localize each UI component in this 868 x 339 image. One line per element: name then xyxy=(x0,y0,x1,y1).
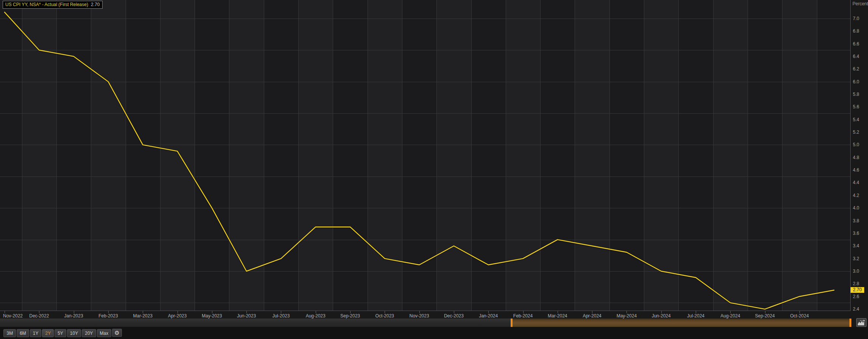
x-axis-tick-label: Mar-2023 xyxy=(133,313,153,319)
chart-settings-button[interactable]: ⚙ xyxy=(112,329,122,337)
x-axis-tick-label: May-2023 xyxy=(202,313,222,319)
x-axis-tick-label: Sep-2023 xyxy=(340,313,360,319)
x-axis-tick-label: Apr-2023 xyxy=(168,313,187,319)
x-axis-tick-label: Mar-2024 xyxy=(548,313,567,319)
y-axis-tick-label: 5.6 xyxy=(853,104,859,109)
legend-series-value: 2.70 xyxy=(91,2,100,7)
cpi-chart-window: US CPI YY, NSA* - Actual (First Release)… xyxy=(0,0,868,339)
y-axis-tick-label: 6.6 xyxy=(853,41,859,47)
x-axis-tick-label: Jan-2024 xyxy=(479,313,498,319)
y-axis-tick-label: 5.4 xyxy=(853,117,859,122)
y-axis-tick-label: 3.4 xyxy=(853,243,859,248)
y-axis-tick-label: 6.0 xyxy=(853,79,859,84)
y-axis-tick-label: 5.8 xyxy=(853,92,859,97)
y-axis-tick-label: 3.2 xyxy=(853,256,859,261)
scrollbar-track[interactable] xyxy=(0,319,511,327)
x-axis-tick-label: Sep-2024 xyxy=(755,313,775,319)
y-axis-tick-label: 6.4 xyxy=(853,54,859,59)
x-axis-line xyxy=(0,311,851,311)
chart-plot-area[interactable] xyxy=(0,0,850,311)
y-axis-tick-label: 2.6 xyxy=(853,294,859,299)
x-axis-tick-label: Jan-2023 xyxy=(64,313,83,319)
y-axis-tick-label: 4.6 xyxy=(853,167,859,173)
x-axis-tick-label: Oct-2024 xyxy=(790,313,809,319)
chart-arrow-icon xyxy=(857,319,865,326)
x-axis-tick-label: Dec-2022 xyxy=(29,313,49,319)
x-axis-tick-label: Nov-2022 xyxy=(3,313,23,319)
scrollbar-left-handle[interactable] xyxy=(511,319,513,327)
x-axis-tick-label: Dec-2023 xyxy=(444,313,464,319)
range-button-20y[interactable]: 20Y xyxy=(82,329,96,337)
range-button-1y[interactable]: 1Y xyxy=(30,329,42,337)
y-axis-tick-label: 4.4 xyxy=(853,180,859,185)
timeline-scrollbar[interactable] xyxy=(0,319,852,327)
y-axis-tick-label: 5.0 xyxy=(853,142,859,147)
scrollbar-right-handle[interactable] xyxy=(849,319,851,327)
y-axis-tick-label: 4.2 xyxy=(853,193,859,198)
x-axis-tick-label: Aug-2024 xyxy=(720,313,740,319)
range-button-max[interactable]: Max xyxy=(97,329,112,337)
legend-box[interactable]: US CPI YY, NSA* - Actual (First Release)… xyxy=(3,1,103,9)
range-toolbar: 3M6M1Y2Y5Y10Y20YMax⚙ xyxy=(0,327,868,339)
y-axis-tick-label: 6.8 xyxy=(853,28,859,34)
range-button-2y[interactable]: 2Y xyxy=(42,329,54,337)
y-axis-tick-label: 4.0 xyxy=(853,205,859,211)
legend-series-name: US CPI YY, NSA* - Actual (First Release) xyxy=(5,2,88,7)
x-axis-tick-label: Jul-2024 xyxy=(687,313,704,319)
range-button-3m[interactable]: 3M xyxy=(3,329,16,337)
current-value-tag: 2.70 xyxy=(851,287,864,293)
x-axis-tick-label: Nov-2023 xyxy=(410,313,429,319)
jump-to-latest-button[interactable] xyxy=(856,318,866,327)
y-axis-tick-label: 2.4 xyxy=(853,306,859,312)
range-button-5y[interactable]: 5Y xyxy=(55,329,66,337)
x-axis-tick-label: Apr-2024 xyxy=(583,313,601,319)
x-axis-tick-label: Jun-2024 xyxy=(652,313,671,319)
y-axis-tick-label: 5.2 xyxy=(853,130,859,135)
y-axis-tick-label: 3.8 xyxy=(853,218,859,223)
x-axis-tick-label: May-2024 xyxy=(617,313,637,319)
x-axis-tick-label: Feb-2024 xyxy=(513,313,533,319)
gear-icon: ⚙ xyxy=(114,330,119,336)
y-axis-tick-label: 3.6 xyxy=(853,231,859,236)
x-axis-tick-label: Jul-2023 xyxy=(272,313,290,319)
x-axis-tick-label: Jun-2023 xyxy=(237,313,256,319)
y-axis-tick-label: 6.2 xyxy=(853,66,859,72)
x-axis-tick-label: Oct-2023 xyxy=(376,313,394,319)
x-axis-tick-label: Aug-2023 xyxy=(306,313,326,319)
cpi-line-series xyxy=(0,0,850,311)
scrollbar-selection[interactable] xyxy=(513,319,849,327)
range-button-6m[interactable]: 6M xyxy=(17,329,29,337)
x-axis-tick-label: Feb-2023 xyxy=(98,313,118,319)
range-button-10y[interactable]: 10Y xyxy=(67,329,81,337)
y-axis-tick-label: 7.0 xyxy=(853,16,859,21)
y-axis-unit-label: Percent xyxy=(852,1,868,6)
y-axis-tick-label: 2.8 xyxy=(853,281,859,286)
y-axis-tick-label: 3.0 xyxy=(853,269,859,274)
y-axis[interactable]: 2.42.62.83.03.23.43.63.84.04.24.44.64.85… xyxy=(850,0,868,311)
y-axis-tick-label: 4.8 xyxy=(853,155,859,160)
